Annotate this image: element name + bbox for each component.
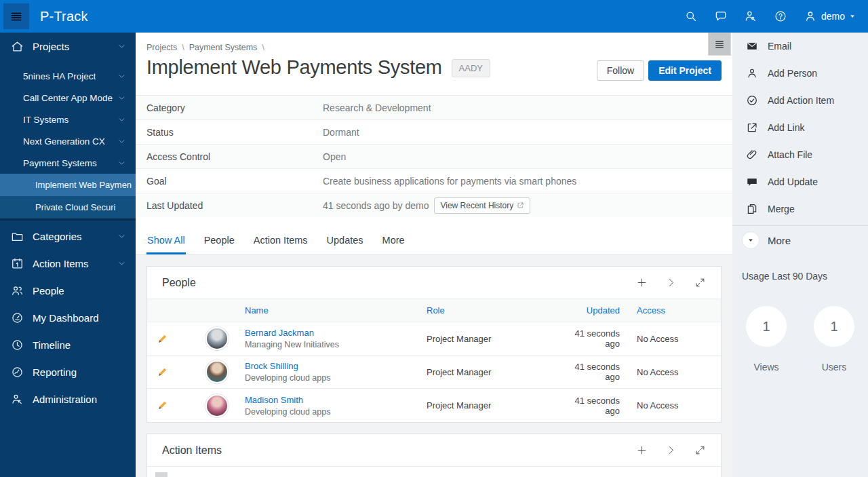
paperclip-icon: [746, 149, 758, 161]
sidebar-item-categories[interactable]: Categories: [0, 223, 136, 250]
breadcrumb-payment-systems[interactable]: Payment Systems: [189, 43, 258, 52]
caret-down-icon: [747, 237, 754, 244]
context-menu-button[interactable]: [708, 33, 731, 56]
chevron-down-icon: [117, 42, 126, 51]
chevron-down-icon: [117, 232, 126, 241]
user-icon: [804, 9, 817, 23]
project-details: Category Research & Development Status D…: [136, 95, 732, 217]
sidebar-item-timeline[interactable]: Timeline: [0, 331, 136, 358]
people-panel: People Name Role Updated Access: [146, 266, 722, 423]
person-access: No Access: [637, 367, 722, 377]
global-menu-button[interactable]: [3, 3, 29, 29]
reporting-gauge-icon: [11, 366, 24, 379]
tab-show-all[interactable]: Show All: [146, 229, 186, 254]
action-items-panel-title: Action Items: [162, 444, 222, 457]
person-name-link[interactable]: Bernard Jackman: [245, 328, 314, 338]
folder-icon: [11, 230, 24, 243]
chevron-right-icon[interactable]: [665, 444, 677, 456]
user-menu[interactable]: demo: [804, 9, 856, 23]
calendar-icon: [11, 257, 24, 270]
user-name: demo: [821, 11, 845, 22]
sidebar-project-payment-systems[interactable]: Payment Systems: [0, 152, 136, 174]
action-add-update[interactable]: Add Update: [732, 168, 868, 195]
edit-pencil-icon[interactable]: [157, 333, 168, 345]
column-header-role[interactable]: Role: [427, 305, 562, 316]
sidebar-subproject-group: Implement Web Paymen Private Cloud Secur…: [0, 174, 136, 218]
external-link-icon: [746, 121, 758, 134]
view-recent-history-button[interactable]: View Recent History: [434, 197, 530, 214]
edit-pencil-icon[interactable]: [157, 366, 168, 378]
edit-project-button[interactable]: Edit Project: [648, 60, 722, 81]
right-action-sidebar: Email Add Person Add Action Item Add Lin…: [732, 33, 868, 477]
action-attach-file[interactable]: Attach File: [732, 141, 868, 168]
edit-pencil-icon[interactable]: [157, 400, 168, 411]
more-actions-button[interactable]: [742, 231, 760, 249]
tab-bar: Show All People Action Items Updates Mor…: [136, 229, 732, 255]
checkbox-sliver: [155, 472, 167, 477]
sidebar-project-call-center[interactable]: Call Center App Mode: [0, 87, 136, 109]
person-role: Project Manager: [427, 367, 562, 377]
sidebar-subproject-implement-web-payments[interactable]: Implement Web Paymen: [0, 174, 136, 196]
tab-more[interactable]: More: [382, 229, 406, 254]
detail-row-goal: Goal Create business applications for pa…: [136, 168, 732, 193]
chevron-down-icon: [117, 72, 126, 81]
usage-users-stat: 1 Users: [800, 306, 868, 373]
person-role: Project Manager: [427, 400, 562, 411]
chevron-down-icon: [117, 94, 126, 102]
tab-people[interactable]: People: [203, 229, 235, 254]
caret-down-icon: [849, 13, 856, 20]
person-subtitle: Managing New Initiatives: [245, 340, 427, 349]
main-content: Projects\Payment Systems\ Implement Web …: [136, 33, 732, 477]
sidebar-project-5nines[interactable]: 5nines HA Project: [0, 65, 136, 87]
sidebar-project-it-systems[interactable]: IT Systems: [0, 109, 136, 130]
table-row: Bernard Jackman Managing New Initiatives…: [147, 322, 721, 356]
column-header-access[interactable]: Access: [637, 305, 722, 316]
page-title: Implement Web Payments System: [146, 56, 442, 79]
tab-action-items[interactable]: Action Items: [253, 229, 309, 254]
left-sidebar: Projects 5nines HA Project Call Center A…: [0, 33, 136, 477]
person-updated: 41 seconds ago: [562, 328, 637, 349]
column-header-name[interactable]: Name: [245, 305, 427, 316]
breadcrumb-projects[interactable]: Projects: [146, 43, 177, 52]
search-icon[interactable]: [684, 9, 698, 23]
chat-icon[interactable]: [714, 9, 728, 23]
detail-row-last-updated: Last Updated 41 seconds ago by demo View…: [136, 193, 732, 217]
sidebar-item-projects[interactable]: Projects: [0, 33, 136, 60]
sidebar-item-reporting[interactable]: Reporting: [0, 358, 136, 385]
sidebar-project-next-gen-cx[interactable]: Next Generation CX: [0, 130, 136, 152]
column-header-updated[interactable]: Updated: [562, 305, 637, 316]
follow-button[interactable]: Follow: [597, 60, 644, 81]
person-access: No Access: [637, 400, 722, 411]
users-count: 1: [814, 306, 854, 347]
sidebar-subproject-private-cloud-security[interactable]: Private Cloud Securi: [0, 196, 136, 218]
expand-icon[interactable]: [694, 277, 706, 288]
help-icon[interactable]: [774, 9, 787, 23]
usage-title: Usage Last 90 Days: [742, 271, 868, 282]
avatar: [205, 327, 229, 350]
hamburger-icon: [9, 9, 23, 23]
person-name-link[interactable]: Brock Shilling: [245, 361, 298, 371]
tab-updates[interactable]: Updates: [326, 229, 364, 254]
action-add-link[interactable]: Add Link: [732, 114, 868, 141]
chevron-right-icon[interactable]: [665, 277, 677, 288]
action-merge[interactable]: Merge: [732, 195, 868, 223]
add-icon[interactable]: [636, 277, 648, 288]
admin-icon[interactable]: [744, 9, 757, 23]
action-email[interactable]: Email: [732, 33, 868, 60]
person-subtitle: Developing cloud apps: [245, 407, 427, 417]
sidebar-item-people[interactable]: People: [0, 277, 136, 304]
users-label: Users: [822, 362, 847, 373]
top-bar: P-Track demo: [0, 0, 868, 33]
add-icon[interactable]: [636, 444, 648, 456]
action-add-action-item[interactable]: Add Action Item: [732, 87, 868, 114]
action-add-person[interactable]: Add Person: [732, 60, 868, 87]
expand-icon[interactable]: [694, 444, 706, 456]
sidebar-item-administration[interactable]: Administration: [0, 385, 136, 413]
views-count: 1: [746, 306, 787, 347]
person-name-link[interactable]: Madison Smith: [245, 395, 303, 405]
table-row: Brock Shilling Developing cloud apps Pro…: [147, 356, 721, 389]
action-items-panel: Action Items: [146, 434, 722, 477]
chevron-down-icon: [117, 115, 126, 124]
sidebar-item-action-items[interactable]: Action Items: [0, 250, 136, 277]
sidebar-item-my-dashboard[interactable]: My Dashboard: [0, 304, 136, 331]
